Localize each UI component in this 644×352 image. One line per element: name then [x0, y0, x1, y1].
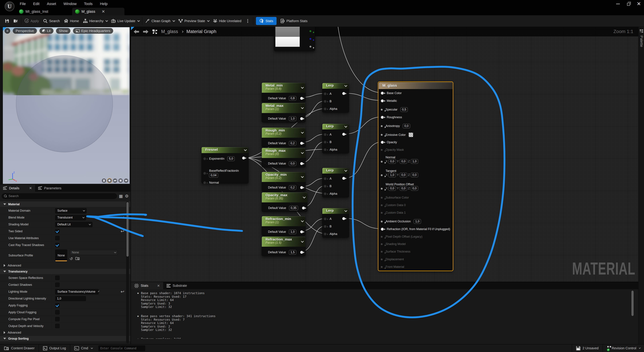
input-pin-opacity[interactable] [381, 141, 384, 144]
output-pin[interactable] [300, 230, 303, 233]
default-value-chip[interactable]: 0,0 [289, 161, 296, 166]
param-node-opacity-max[interactable]: Opacity_maxParam (0.35)Default Value0,35 [262, 192, 308, 212]
lit-button[interactable]: Lit [40, 28, 54, 34]
browse-asset-icon[interactable] [76, 256, 80, 261]
output-log-button[interactable]: Output Log [39, 344, 70, 352]
vector-value-y[interactable]: 0,0 [400, 159, 407, 164]
param-node-rough-min[interactable]: Rough_minParam (0.2)Default Value0,2 [262, 128, 306, 147]
input-pin-opacity-mask[interactable] [381, 149, 382, 151]
reset-to-default-icon[interactable]: ↩ [120, 229, 124, 234]
vector-value-x[interactable]: 1,0 [388, 173, 396, 177]
input-pin-b[interactable] [324, 141, 326, 144]
content-drawer-button[interactable]: Content Drawer [0, 344, 38, 352]
graph-canvas[interactable]: MATERIAL Metal_minParam (0.8)Default Val… [131, 27, 638, 282]
clean-graph-button[interactable]: Clean Graph [143, 15, 176, 27]
tab-m-glass[interactable]: M_glass ✕ [72, 8, 124, 15]
input-pin-displacement[interactable] [381, 258, 382, 260]
input-pin-base-color[interactable] [381, 92, 384, 94]
input-pin-specular[interactable] [381, 109, 382, 110]
use-material-attributes-checkbox[interactable] [55, 236, 60, 240]
output-pin[interactable] [342, 177, 345, 180]
default-value-chip[interactable]: 1,5 [289, 250, 296, 254]
live-update-button[interactable]: Live Update [109, 15, 141, 27]
output-pin[interactable] [300, 97, 303, 100]
tab-stats[interactable]: Stats ✕ [131, 282, 163, 289]
preview-viewport[interactable]: ≡ Perspective Lit Show Epic Headquarters… [3, 27, 130, 184]
vector-value-y[interactable]: 0,0 [400, 186, 407, 191]
settings-gear-icon[interactable]: ⚙ [125, 194, 129, 198]
preview-scene-button[interactable]: Epic Headquarters [73, 28, 113, 34]
output-pin[interactable] [342, 217, 345, 220]
vector-value-z[interactable]: 0,0 [411, 173, 418, 177]
save-button[interactable] [3, 15, 12, 27]
output-pin[interactable] [342, 133, 345, 136]
input-pin-emissive-color[interactable] [381, 134, 382, 136]
value-chip[interactable]: 1,0 [414, 219, 421, 224]
details-search-input[interactable]: Search [2, 193, 117, 199]
blend-mode-dropdown[interactable]: Translucent [55, 215, 86, 220]
output-depth-and-velocity-checkbox[interactable] [55, 324, 60, 328]
param-node-metal-max[interactable]: Metal_maxParam (1)Default Value1,0 [262, 103, 306, 122]
input-pin-a[interactable] [324, 218, 326, 220]
close-button[interactable]: ✕ [634, 0, 644, 8]
emissive-color-swatch[interactable] [409, 133, 413, 137]
use-selected-icon[interactable]: ↺ [70, 256, 73, 261]
collapse-chevron-icon[interactable] [344, 209, 347, 212]
apply-cloud-fogging-checkbox[interactable] [55, 310, 60, 314]
maximize-button[interactable] [623, 0, 634, 8]
stats-scrollbar-thumb[interactable] [632, 290, 634, 316]
tab-parameters[interactable]: Parameters [35, 185, 64, 192]
subsurface-profile-dropdown[interactable]: None [70, 250, 118, 255]
shape-mesh-button[interactable] [124, 178, 128, 183]
section-material[interactable]: Material [0, 202, 130, 207]
input-pin-b[interactable] [324, 185, 326, 188]
reset-to-default-icon[interactable]: ↩ [120, 215, 124, 220]
input-pin-b[interactable] [324, 225, 326, 228]
default-value-chip[interactable]: 1,0 [289, 230, 296, 234]
input-pin-normal[interactable] [203, 181, 206, 184]
menu-help[interactable]: Help [97, 1, 110, 7]
value-chip[interactable]: 0,0 [403, 124, 410, 128]
reset-to-default-icon[interactable]: ↩ [120, 289, 124, 294]
param-node-refraction-min[interactable]: Refraction_minParam (1)Default Value1,0 [262, 216, 306, 236]
nav-forward-icon[interactable] [143, 30, 149, 34]
input-pin-custom-data-0[interactable] [381, 204, 382, 206]
output-pin[interactable] [302, 206, 305, 210]
tab-mi-glass-inst[interactable]: MI_glass_Inst [16, 8, 51, 15]
output-pin-blue[interactable] [310, 38, 311, 40]
input-pin-custom-data-1[interactable] [381, 212, 382, 214]
show-button[interactable]: Show [56, 28, 70, 34]
search-button[interactable]: Search [41, 15, 62, 27]
output-pin[interactable] [300, 251, 303, 254]
shape-sphere-button[interactable] [107, 178, 112, 183]
console-command-input[interactable]: Enter Console Command [98, 346, 145, 351]
input-pin-a[interactable] [324, 177, 326, 180]
vector-value-z[interactable]: 1,0 [411, 159, 418, 164]
input-pin-a[interactable] [324, 133, 326, 136]
shape-cube-button[interactable] [118, 178, 123, 183]
collapse-chevron-icon[interactable] [344, 169, 347, 172]
details-tab-close-icon[interactable]: ✕ [29, 186, 32, 190]
input-pin-alpha[interactable] [324, 192, 326, 195]
vector-value-z[interactable]: 0,0 [411, 186, 418, 191]
screen-space-reflections-checkbox[interactable] [55, 276, 60, 280]
input-pin-subsurface-color[interactable] [381, 197, 382, 198]
output-pin[interactable] [300, 186, 303, 189]
details-scrollbar-thumb[interactable] [126, 202, 129, 256]
tab-details[interactable]: Details ✕ [0, 185, 35, 192]
output-pin[interactable] [300, 117, 303, 120]
input-pin-basereflectfractionin[interactable] [203, 172, 206, 175]
compute-fog-per-pixel-checkbox[interactable] [55, 317, 60, 321]
apply-button[interactable]: Apply [22, 15, 41, 27]
minimize-button[interactable] [613, 0, 623, 8]
input-pin-exponentin[interactable] [203, 157, 206, 160]
contact-shadows-checkbox[interactable] [55, 282, 60, 287]
collapse-chevron-icon[interactable] [244, 148, 247, 151]
collapse-chevron-icon[interactable] [344, 84, 347, 87]
lerp-node-1[interactable]: LerpABAlpha [322, 83, 349, 112]
default-value-chip[interactable]: 0,8 [289, 96, 296, 100]
revision-control-button[interactable]: ✓ Revision Control [603, 344, 644, 352]
details-row-advanced-1[interactable]: Advanced [0, 262, 130, 269]
lerp-node-4[interactable]: LerpABAlpha [322, 208, 349, 238]
value-chip[interactable]: 0,04 [209, 173, 218, 178]
